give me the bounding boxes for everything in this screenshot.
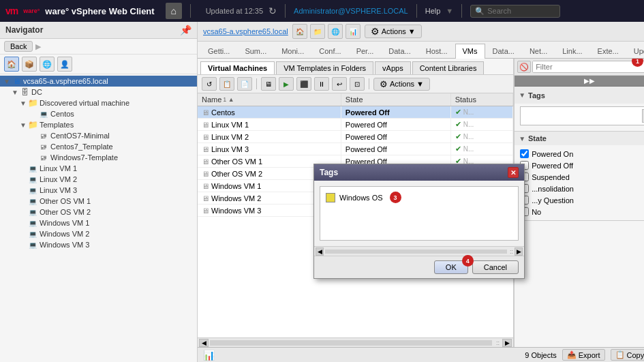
modal-title: Tags xyxy=(320,168,338,177)
modal-scroll-left[interactable]: ◀ xyxy=(316,247,324,256)
modal-scrollbar: ◀ :: ▶ xyxy=(314,246,524,256)
modal-scroll-track xyxy=(325,250,507,254)
modal-titlebar: Tags ✕ xyxy=(314,164,524,181)
tags-modal: Tags ✕ Windows OS 3 ◀ :: ▶ xyxy=(313,164,525,279)
tag-item-windows-os[interactable]: Windows OS 3 xyxy=(323,190,515,205)
modal-badge-4: 4 xyxy=(462,255,474,267)
modal-badge-3: 3 xyxy=(390,192,401,203)
modal-close-button[interactable]: ✕ xyxy=(508,167,519,178)
modal-scroll-dots: :: xyxy=(508,248,515,255)
modal-cancel-button[interactable]: Cancel xyxy=(472,260,519,274)
ok-btn-container: OK 4 xyxy=(434,260,468,274)
modal-overlay: Tags ✕ Windows OS 3 ◀ :: ▶ xyxy=(0,0,644,362)
modal-content: Windows OS 3 xyxy=(314,181,524,246)
tag-name-label: Windows OS xyxy=(339,194,383,202)
modal-tag-list: Windows OS 3 xyxy=(320,186,519,241)
modal-footer: OK 4 Cancel xyxy=(314,256,524,278)
modal-scroll-right[interactable]: ▶ xyxy=(515,247,523,256)
badge3-container: 3 xyxy=(390,192,401,203)
tag-color-box xyxy=(326,193,335,202)
